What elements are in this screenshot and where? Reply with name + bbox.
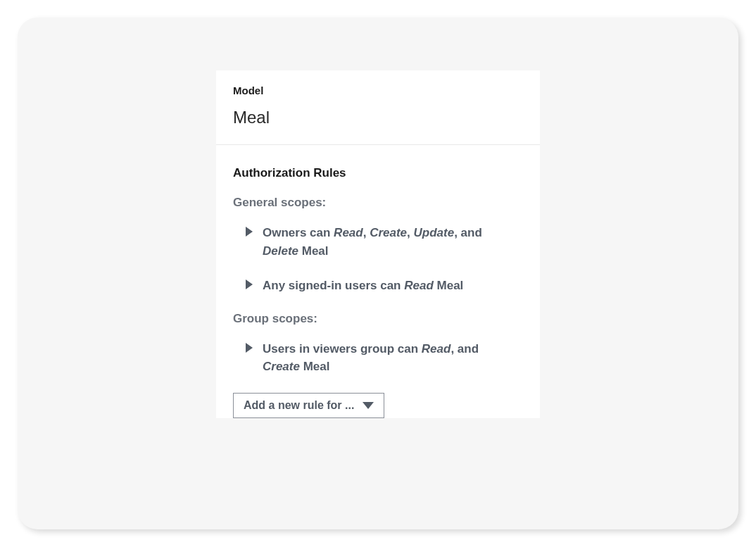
rule-signed-in-text: Any signed-in users can Read Meal [263,277,463,295]
auth-rules-title: Authorization Rules [233,166,523,180]
disclosure-triangle-icon [246,227,253,237]
general-scopes-label: General scopes: [233,196,523,210]
disclosure-triangle-icon [246,279,253,289]
rule-signed-in[interactable]: Any signed-in users can Read Meal [233,277,523,295]
disclosure-triangle-icon [246,343,253,353]
model-label: Model [233,84,523,96]
group-scopes-label: Group scopes: [233,312,523,326]
model-name: Meal [233,108,523,127]
rule-viewers-group[interactable]: Users in viewers group can Read, and Cre… [233,340,523,376]
rule-owners-text: Owners can Read, Create, Update, and Del… [263,224,516,260]
add-rule-button[interactable]: Add a new rule for ... [233,393,384,418]
outer-card: Model Meal Authorization Rules General s… [18,18,738,529]
caret-down-icon [363,402,374,409]
model-panel: Model Meal Authorization Rules General s… [216,70,540,418]
rule-owners[interactable]: Owners can Read, Create, Update, and Del… [233,224,523,260]
rule-viewers-group-text: Users in viewers group can Read, and Cre… [263,340,516,376]
panel-header: Model Meal [216,70,540,145]
add-rule-button-label: Add a new rule for ... [244,399,354,412]
panel-body: Authorization Rules General scopes: Owne… [216,145,540,418]
